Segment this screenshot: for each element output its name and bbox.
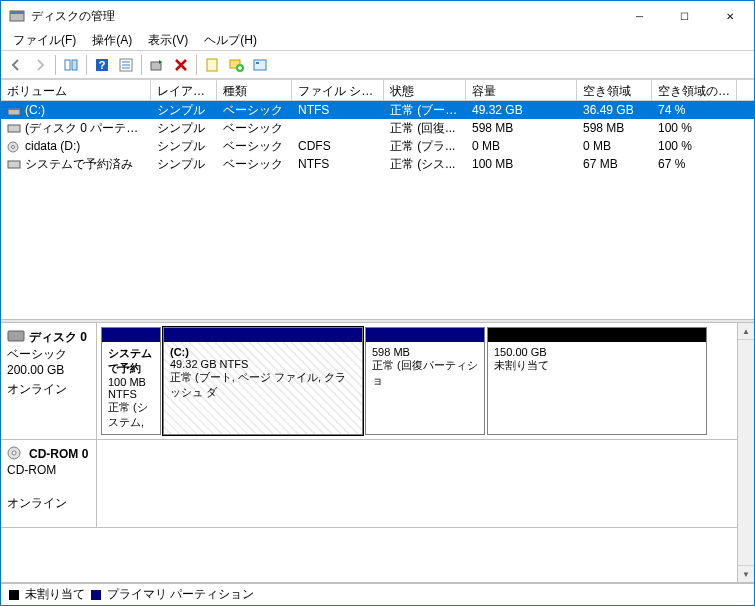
volume-type: ベーシック bbox=[217, 101, 292, 120]
scroll-down-icon[interactable]: ▼ bbox=[738, 565, 754, 582]
volume-name: (C:) bbox=[25, 103, 45, 117]
partition-size: 598 MB bbox=[372, 346, 410, 358]
volume-fs: NTFS bbox=[292, 102, 384, 118]
properties-button[interactable] bbox=[201, 54, 223, 76]
partition[interactable]: 598 MB正常 (回復パーティショ bbox=[365, 327, 485, 435]
column-header-type[interactable]: 種類 bbox=[217, 80, 292, 100]
column-header-status[interactable]: 状態 bbox=[384, 80, 466, 100]
disk-label[interactable]: ディスク 0ベーシック200.00 GBオンライン bbox=[1, 323, 97, 439]
volume-type: ベーシック bbox=[217, 155, 292, 174]
disk-map-area: ディスク 0ベーシック200.00 GBオンラインシステムで予約100 MB N… bbox=[1, 323, 754, 583]
show-hide-console-button[interactable] bbox=[60, 54, 82, 76]
volume-status: 正常 (回復... bbox=[384, 119, 466, 138]
disk-size: 200.00 GB bbox=[7, 363, 90, 377]
svg-rect-15 bbox=[256, 62, 259, 64]
column-header-filesystem[interactable]: ファイル システム bbox=[292, 80, 384, 100]
forward-button[interactable] bbox=[29, 54, 51, 76]
column-header-free[interactable]: 空き領域 bbox=[577, 80, 652, 100]
menu-help[interactable]: ヘルプ(H) bbox=[196, 30, 265, 51]
scroll-up-icon[interactable]: ▲ bbox=[738, 323, 754, 340]
partition-size: 100 MB NTFS bbox=[108, 376, 146, 400]
menu-file[interactable]: ファイル(F) bbox=[5, 30, 84, 51]
svg-rect-11 bbox=[207, 59, 217, 71]
partition[interactable]: システムで予約100 MB NTFS正常 (システム, bbox=[101, 327, 161, 435]
maximize-button[interactable]: ☐ bbox=[662, 2, 707, 31]
cd-icon bbox=[7, 141, 21, 153]
menu-action[interactable]: 操作(A) bbox=[84, 30, 140, 51]
partition-status: 正常 (ブート, ページ ファイル, クラッシュ ダ bbox=[170, 371, 346, 398]
toolbar-separator bbox=[86, 55, 87, 75]
scroll-track[interactable] bbox=[738, 340, 754, 565]
disk-status: オンライン bbox=[7, 495, 90, 512]
partition[interactable]: (C:)49.32 GB NTFS正常 (ブート, ページ ファイル, クラッシ… bbox=[163, 327, 363, 435]
partition-status: 未割り当て bbox=[494, 359, 549, 371]
volume-status: 正常 (シス... bbox=[384, 155, 466, 174]
menu-view[interactable]: 表示(V) bbox=[140, 30, 196, 51]
volume-row[interactable]: cidata (D:)シンプルベーシックCDFS正常 (プラ...0 MB0 M… bbox=[1, 137, 754, 155]
disk-partitions: システムで予約100 MB NTFS正常 (システム,(C:)49.32 GB … bbox=[97, 323, 737, 439]
close-button[interactable]: ✕ bbox=[707, 2, 752, 31]
disk-partitions bbox=[97, 440, 737, 527]
disk-type: CD-ROM bbox=[7, 463, 90, 477]
svg-rect-2 bbox=[65, 60, 70, 70]
svg-rect-17 bbox=[8, 108, 20, 110]
svg-point-24 bbox=[12, 451, 16, 455]
help-button[interactable]: ? bbox=[91, 54, 113, 76]
disk-row: CD-ROM 0CD-ROMオンライン bbox=[1, 440, 737, 528]
volume-name: cidata (D:) bbox=[25, 139, 80, 153]
action-list-button[interactable] bbox=[115, 54, 137, 76]
legend: 未割り当て プライマリ パーティション bbox=[1, 583, 754, 605]
content-area: ボリューム レイアウト 種類 ファイル システム 状態 容量 空き領域 空き領域… bbox=[1, 79, 754, 605]
disk-rows[interactable]: ディスク 0ベーシック200.00 GBオンラインシステムで予約100 MB N… bbox=[1, 323, 737, 582]
volume-layout: シンプル bbox=[151, 137, 217, 156]
column-header-capacity[interactable]: 容量 bbox=[466, 80, 577, 100]
cd-icon bbox=[7, 446, 25, 463]
column-header-free-pct[interactable]: 空き領域の割... bbox=[652, 80, 737, 100]
menubar: ファイル(F) 操作(A) 表示(V) ヘルプ(H) bbox=[1, 31, 754, 51]
disk-label[interactable]: CD-ROM 0CD-ROMオンライン bbox=[1, 440, 97, 527]
volume-free-pct: 100 % bbox=[652, 138, 737, 154]
minimize-button[interactable]: ─ bbox=[617, 2, 662, 31]
partition-bar bbox=[164, 328, 362, 342]
settings-button[interactable] bbox=[249, 54, 271, 76]
disk-status: オンライン bbox=[7, 381, 90, 398]
back-button[interactable] bbox=[5, 54, 27, 76]
volume-layout: シンプル bbox=[151, 119, 217, 138]
vertical-scrollbar[interactable]: ▲ ▼ bbox=[737, 323, 754, 582]
partition[interactable]: 150.00 GB未割り当て bbox=[487, 327, 707, 435]
legend-label-unallocated: 未割り当て bbox=[25, 586, 85, 603]
volume-row[interactable]: (ディスク 0 パーティシ...シンプルベーシック正常 (回復...598 MB… bbox=[1, 119, 754, 137]
volume-row[interactable]: システムで予約済みシンプルベーシックNTFS正常 (シス...100 MB67 … bbox=[1, 155, 754, 173]
volume-layout: シンプル bbox=[151, 155, 217, 174]
column-header-layout[interactable]: レイアウト bbox=[151, 80, 217, 100]
volume-free: 36.49 GB bbox=[577, 102, 652, 118]
drive-icon bbox=[7, 105, 21, 117]
volume-capacity: 100 MB bbox=[466, 156, 577, 172]
delete-button[interactable] bbox=[170, 54, 192, 76]
volume-status: 正常 (プラ... bbox=[384, 137, 466, 156]
refresh-button[interactable] bbox=[146, 54, 168, 76]
legend-label-primary: プライマリ パーティション bbox=[107, 586, 254, 603]
new-button[interactable] bbox=[225, 54, 247, 76]
partition-status: 正常 (回復パーティショ bbox=[372, 359, 478, 386]
svg-rect-22 bbox=[8, 331, 24, 341]
toolbar-separator bbox=[55, 55, 56, 75]
volume-free-pct: 74 % bbox=[652, 102, 737, 118]
column-header-volume[interactable]: ボリューム bbox=[1, 80, 151, 100]
part-icon bbox=[7, 158, 21, 170]
svg-rect-18 bbox=[8, 125, 20, 132]
svg-point-20 bbox=[12, 145, 15, 148]
partition-status: 正常 (システム, bbox=[108, 401, 148, 428]
volume-status: 正常 (ブート... bbox=[384, 101, 466, 120]
disk-name: CD-ROM 0 bbox=[29, 447, 88, 461]
legend-swatch-unallocated bbox=[9, 590, 19, 600]
hdd-icon bbox=[7, 329, 25, 346]
partition-bar bbox=[102, 328, 160, 342]
part-icon bbox=[7, 122, 21, 134]
toolbar-separator bbox=[141, 55, 142, 75]
volume-list[interactable]: (C:)シンプルベーシックNTFS正常 (ブート...49.32 GB36.49… bbox=[1, 101, 754, 319]
disk-type: ベーシック bbox=[7, 346, 90, 363]
partition-size: 49.32 GB NTFS bbox=[170, 358, 248, 370]
volume-fs: NTFS bbox=[292, 156, 384, 172]
volume-row[interactable]: (C:)シンプルベーシックNTFS正常 (ブート...49.32 GB36.49… bbox=[1, 101, 754, 119]
